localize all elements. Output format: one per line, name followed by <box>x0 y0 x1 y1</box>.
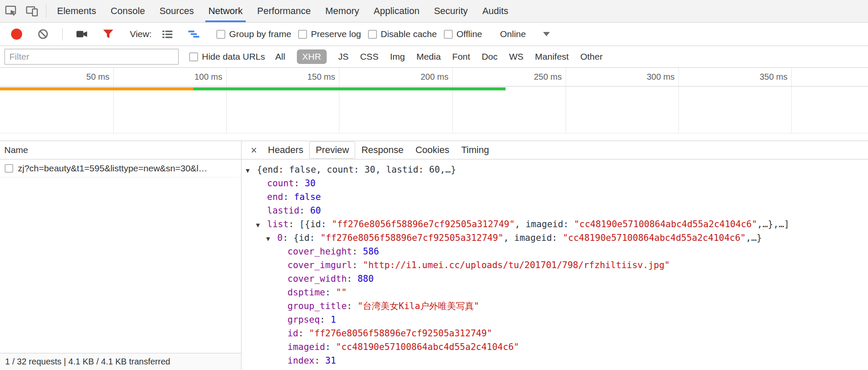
json-key: group_title <box>287 301 347 311</box>
preserve-log-checkbox[interactable] <box>298 30 307 39</box>
json-key: count <box>267 178 294 188</box>
json-number: 30 <box>305 178 316 188</box>
timeline-gridline <box>339 68 339 133</box>
large-request-rows-button[interactable] <box>157 28 178 40</box>
tree-row[interactable]: ▼list: [{id: "ff276e8056f58896e7cf92505a… <box>241 217 868 231</box>
offline-label: Offline <box>457 29 482 39</box>
filter-input[interactable] <box>4 49 179 65</box>
tab-memory[interactable]: Memory <box>318 0 366 22</box>
tree-row: cover_imgurl: "http://i1.umei.cc/uploads… <box>241 258 868 272</box>
clear-button[interactable] <box>32 28 54 40</box>
network-overview-timeline[interactable]: 50 ms100 ms150 ms200 ms250 ms300 ms350 m… <box>0 68 868 141</box>
json-text: , imageid: <box>515 219 574 229</box>
tree-row: lastid: 60 <box>241 204 868 217</box>
json-number: 31 <box>325 356 336 366</box>
json-number: 880 <box>357 274 374 284</box>
json-text: : <box>298 328 309 338</box>
tree-row: cover_width: 880 <box>241 272 868 286</box>
tree-row: index: 31 <box>241 354 868 367</box>
timeline-labels-border <box>0 86 868 87</box>
disable-cache-toggle: Disable cache <box>368 29 437 39</box>
inspect-cursor-icon <box>4 5 17 17</box>
filter-all[interactable]: All <box>275 52 285 62</box>
json-key: 0 <box>277 233 283 243</box>
tab-console[interactable]: Console <box>103 0 152 22</box>
disable-cache-label: Disable cache <box>381 29 437 39</box>
funnel-icon <box>102 28 114 40</box>
tree-row[interactable]: ▼0: {id: "ff276e8056f58896e7cf92505a3127… <box>241 231 868 245</box>
timeline-gridline <box>791 68 792 133</box>
throttling-value: Online <box>500 29 526 39</box>
tree-row[interactable]: ▼{end: false, count: 30, lastid: 60,…} <box>241 163 868 176</box>
json-text: ,…} <box>746 233 762 243</box>
detail-tab-timing[interactable]: Timing <box>455 142 495 158</box>
tab-sources[interactable]: Sources <box>152 0 201 22</box>
detail-tab-headers[interactable]: Headers <box>262 142 309 158</box>
request-name: zj?ch=beauty&t1=595&listtype=new&sn=30&l… <box>18 163 207 173</box>
detail-tab-cookies[interactable]: Cookies <box>409 142 455 158</box>
json-key: index <box>287 356 314 366</box>
preserve-log-label: Preserve log <box>311 29 361 39</box>
disable-cache-checkbox[interactable] <box>368 30 377 39</box>
json-string: "" <box>336 287 347 298</box>
filter-ws[interactable]: WS <box>509 52 523 62</box>
json-text: : <box>320 315 331 325</box>
tab-security[interactable]: Security <box>427 0 475 22</box>
close-details-button[interactable]: × <box>247 144 261 156</box>
expander-triangle-icon[interactable]: ▼ <box>266 232 277 246</box>
json-text: : <box>352 260 363 270</box>
json-number: 60 <box>310 205 321 216</box>
tree-row: dsptime: "" <box>241 286 868 299</box>
filter-font[interactable]: Font <box>452 52 470 62</box>
filter-img[interactable]: Img <box>390 52 405 62</box>
offline-checkbox[interactable] <box>444 30 453 39</box>
request-rows-icon <box>161 28 173 40</box>
throttling-dropdown[interactable]: Online <box>500 29 550 39</box>
tree-row: imageid: "cc48190e57100864abc4d55a2c4104… <box>241 340 868 354</box>
filter-other[interactable]: Other <box>580 52 603 62</box>
timeline-bottom-border <box>0 133 868 133</box>
request-details-panel: × HeadersPreviewResponseCookiesTiming ▼{… <box>241 141 868 370</box>
toolbar-separator <box>46 5 46 17</box>
devtools-window: ElementsConsoleSourcesNetworkPerformance… <box>0 0 868 370</box>
filter-manifest[interactable]: Manifest <box>535 52 569 62</box>
devtools-tabbar: ElementsConsoleSourcesNetworkPerformance… <box>0 0 868 23</box>
tab-performance[interactable]: Performance <box>250 0 318 22</box>
tab-audits[interactable]: Audits <box>475 0 515 22</box>
request-checkbox[interactable] <box>5 164 13 173</box>
network-main-split: Name zj?ch=beauty&t1=595&listtype=new&sn… <box>0 141 868 370</box>
show-overview-button[interactable] <box>183 28 204 40</box>
capture-screenshots-button[interactable] <box>71 28 92 40</box>
toolbar-toggles: Group by framePreserve logDisable cacheO… <box>210 29 482 39</box>
filter-js[interactable]: JS <box>338 52 349 62</box>
panel-tabs: ElementsConsoleSourcesNetworkPerformance… <box>50 0 516 22</box>
filter-xhr[interactable]: XHR <box>297 49 327 64</box>
timeline-gridline <box>226 68 227 133</box>
expander-triangle-icon[interactable]: ▼ <box>246 164 257 177</box>
json-key: cover_height <box>287 246 352 257</box>
filter-css[interactable]: CSS <box>360 52 378 62</box>
filter-doc[interactable]: Doc <box>482 52 497 62</box>
tab-elements[interactable]: Elements <box>50 0 103 22</box>
expander-triangle-icon[interactable]: ▼ <box>256 218 267 232</box>
device-toolbar-button[interactable] <box>21 0 43 22</box>
timeline-gridline <box>452 68 453 133</box>
record-button[interactable] <box>6 29 27 40</box>
tab-network[interactable]: Network <box>201 0 250 22</box>
group-by-frame-checkbox[interactable] <box>216 30 225 39</box>
json-text: : <box>314 356 325 366</box>
hide-data-urls-checkbox[interactable] <box>189 52 198 61</box>
hide-data-urls-toggle: Hide data URLs <box>189 52 265 62</box>
detail-tab-preview[interactable]: Preview <box>309 142 355 159</box>
request-row[interactable]: zj?ch=beauty&t1=595&listtype=new&sn=30&l… <box>0 159 241 177</box>
json-number: 586 <box>363 246 379 257</box>
json-text: : <box>347 274 357 284</box>
json-text: : {id: <box>283 233 321 243</box>
inspect-element-button[interactable] <box>0 0 21 22</box>
tab-application[interactable]: Application <box>366 0 427 22</box>
detail-tab-response[interactable]: Response <box>355 142 409 158</box>
filter-toggle-button[interactable] <box>98 28 119 40</box>
json-text: : <box>299 205 310 216</box>
name-column-header[interactable]: Name <box>0 141 241 159</box>
filter-media[interactable]: Media <box>417 52 441 62</box>
